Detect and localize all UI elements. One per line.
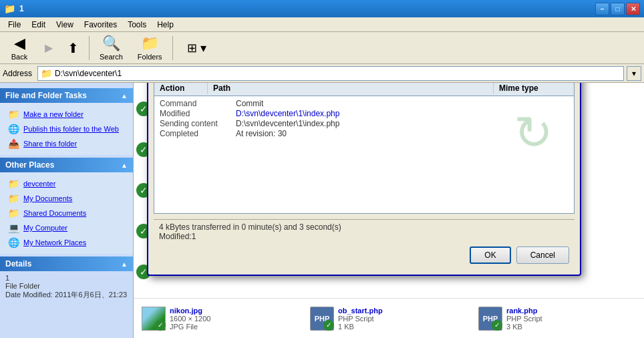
main-area: File and Folder Tasks ▲ 📁 Make a new fol… <box>0 83 644 338</box>
ob-start-sub1: PHP Script <box>338 315 383 323</box>
title-bar-icon: 📁 <box>4 3 15 14</box>
svn-log-modified-label: Modified <box>160 109 233 118</box>
menu-help[interactable]: Help <box>152 19 179 31</box>
search-button[interactable]: 🔍 Search <box>94 34 129 62</box>
forward-icon: ▶ <box>45 41 53 54</box>
my-documents-link[interactable]: My Documents <box>23 194 72 202</box>
svn-log-sending-label: Sending content <box>160 119 233 128</box>
forward-button[interactable]: ▶ <box>39 34 59 62</box>
svn-cancel-button[interactable]: Cancel <box>516 246 569 264</box>
file-folder-tasks-header[interactable]: File and Folder Tasks ▲ <box>0 88 133 103</box>
details-header[interactable]: Details ▲ <box>0 257 133 271</box>
search-label: Search <box>100 53 123 61</box>
file-folder-tasks-chevron: ▲ <box>121 92 128 100</box>
ob-start-svn-check: ✓ <box>323 320 334 331</box>
new-folder-link[interactable]: Make a new folder <box>23 110 84 118</box>
rank-name: rank.php <box>506 307 542 315</box>
title-bar-text: 1 <box>19 4 595 13</box>
svn-col-action-header: Action <box>154 83 208 94</box>
shared-documents-icon: 📁 <box>8 208 19 218</box>
back-button[interactable]: ◀ Back <box>3 34 36 62</box>
new-folder-icon: 📁 <box>8 109 19 120</box>
sidebar: File and Folder Tasks ▲ 📁 Make a new fol… <box>0 83 134 338</box>
svn-log-completed-label: Completed <box>160 129 233 138</box>
svn-log-completed-value: At revision: 30 <box>236 129 287 138</box>
address-path: D:\svn\devcenter\1 <box>55 69 122 78</box>
nikon-sub2: JPG File <box>170 323 210 331</box>
sidebar-item-new-folder[interactable]: 📁 Make a new folder <box>5 107 128 122</box>
svn-log-command-value: Commit <box>236 99 263 108</box>
address-dropdown[interactable]: ▾ <box>627 66 641 81</box>
other-places-label: Other Places <box>5 160 54 170</box>
nikon-info: nikon.jpg 1600 × 1200 JPG File <box>170 307 210 331</box>
view-icon: ⊞ ▾ <box>187 41 206 55</box>
nikon-sub1: 1600 × 1200 <box>170 315 210 323</box>
folders-label: Folders <box>138 53 162 61</box>
content-area: ✓ ✓ ✓ ✓ ✓ 📁 svn 📁 controller 📁 model <box>134 83 644 338</box>
sidebar-item-devcenter[interactable]: 📁 devcenter <box>5 176 128 191</box>
svn-dialog: 🐢 index.php - Commit - TortoiseSVN Finis… <box>147 83 581 276</box>
svn-body: Action Path Mime type Command Commit Mod… <box>148 83 580 275</box>
svn-status-line2: Modified:1 <box>159 232 569 241</box>
devcenter-link[interactable]: devcenter <box>23 180 55 188</box>
other-places-chevron: ▲ <box>121 162 128 169</box>
sidebar-item-my-network-places[interactable]: 🌐 My Network Places <box>5 235 128 250</box>
nikon-svn-check: ✓ <box>155 320 166 331</box>
view-button[interactable]: ⊞ ▾ <box>177 34 217 62</box>
svn-col-path-header: Path <box>208 83 494 94</box>
file-nikon[interactable]: ✓ nikon.jpg 1600 × 1200 JPG File <box>139 301 302 335</box>
up-button[interactable]: ⬆ <box>61 34 85 62</box>
sidebar-item-share[interactable]: 📤 Share this folder <box>5 136 128 151</box>
publish-icon: 🌐 <box>8 124 19 134</box>
toolbar: ◀ Back ▶ ⬆ 🔍 Search 📁 Folders ⊞ ▾ <box>0 32 644 64</box>
my-network-places-icon: 🌐 <box>8 237 19 248</box>
menu-edit[interactable]: Edit <box>26 19 51 31</box>
menu-tools[interactable]: Tools <box>122 19 152 31</box>
sidebar-item-my-documents[interactable]: 📁 My Documents <box>5 191 128 206</box>
folders-button[interactable]: 📁 Folders <box>132 34 168 62</box>
svn-ok-button[interactable]: OK <box>470 246 510 264</box>
file-folder-tasks-section: File and Folder Tasks ▲ 📁 Make a new fol… <box>0 88 133 155</box>
publish-link[interactable]: Publish this folder to the Web <box>23 125 119 133</box>
sidebar-item-publish[interactable]: 🌐 Publish this folder to the Web <box>5 122 128 136</box>
other-places-header[interactable]: Other Places ▲ <box>0 158 133 172</box>
sidebar-item-my-computer[interactable]: 💻 My Computer <box>5 220 128 235</box>
address-input[interactable]: 📁 D:\svn\devcenter\1 <box>37 66 624 81</box>
shared-documents-link[interactable]: Shared Documents <box>23 209 86 217</box>
toolbar-separator-1 <box>89 36 90 60</box>
other-places-section: Other Places ▲ 📁 devcenter 📁 My Document… <box>0 158 133 254</box>
details-name: 1 <box>5 274 128 282</box>
details-content: 1 File Folder Date Modified: 2011年6月6日、2… <box>0 271 133 303</box>
file-rank[interactable]: PHP ✓ rank.php PHP Script 3 KB <box>476 301 639 335</box>
menu-favorites[interactable]: Favorites <box>79 19 122 31</box>
ob-start-info: ob_start.php PHP Script 1 KB <box>338 307 383 331</box>
svn-table: Action Path Mime type Command Commit Mod… <box>154 83 575 214</box>
my-computer-link[interactable]: My Computer <box>23 224 67 232</box>
folders-icon: 📁 <box>141 35 159 52</box>
my-documents-icon: 📁 <box>8 193 19 204</box>
file-folder-tasks-content: 📁 Make a new folder 🌐 Publish this folde… <box>0 103 133 155</box>
maximize-button[interactable]: □ <box>611 3 625 15</box>
address-label: Address <box>3 69 35 78</box>
details-label: Details <box>5 259 31 269</box>
share-link[interactable]: Share this folder <box>23 140 77 148</box>
rank-sub1: PHP Script <box>506 315 542 323</box>
details-modified: Date Modified: 2011年6月6日、21:23 <box>5 290 128 300</box>
my-network-places-link[interactable]: My Network Places <box>23 238 86 246</box>
minimize-button[interactable]: – <box>595 3 609 15</box>
close-button[interactable]: ✕ <box>626 3 640 15</box>
svn-footer: OK Cancel <box>154 244 575 269</box>
ob-start-sub2: 1 KB <box>338 323 383 331</box>
menu-view[interactable]: View <box>51 19 79 31</box>
svn-big-icon: ↻ <box>503 103 563 163</box>
sidebar-item-shared-documents[interactable]: 📁 Shared Documents <box>5 206 128 220</box>
window-controls: – □ ✕ <box>595 3 640 15</box>
svn-col-mime-header: Mime type <box>494 83 574 94</box>
menu-file[interactable]: File <box>3 19 26 31</box>
search-icon: 🔍 <box>102 35 120 52</box>
svn-log-command-label: Command <box>160 99 233 108</box>
back-label: Back <box>11 53 27 61</box>
file-ob-start[interactable]: PHP ✓ ob_start.php PHP Script 1 KB <box>307 301 470 335</box>
toolbar-separator-2 <box>172 36 173 60</box>
address-bar: Address 📁 D:\svn\devcenter\1 ▾ <box>0 64 644 83</box>
